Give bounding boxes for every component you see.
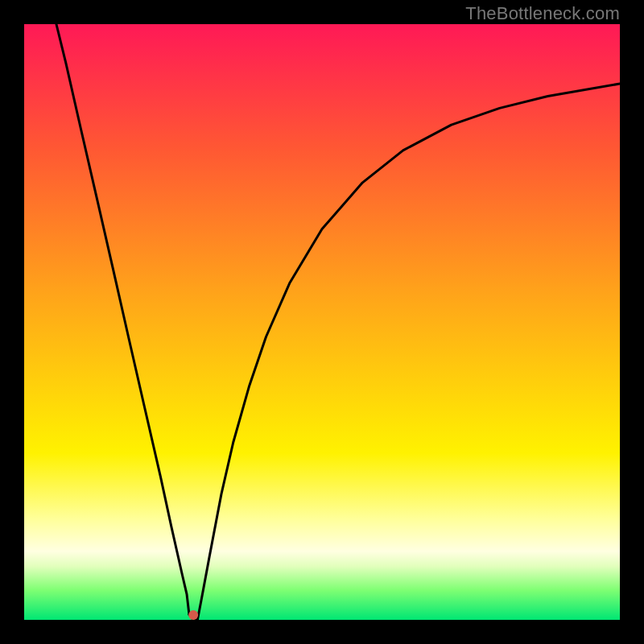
chart-svg <box>24 24 620 620</box>
minimum-marker <box>188 610 198 620</box>
attribution-text: TheBottleneck.com <box>465 3 620 24</box>
plot-area <box>24 24 620 620</box>
chart-container: TheBottleneck.com <box>0 0 644 644</box>
curve-right-branch <box>197 84 620 620</box>
curve-left-branch <box>56 24 189 614</box>
